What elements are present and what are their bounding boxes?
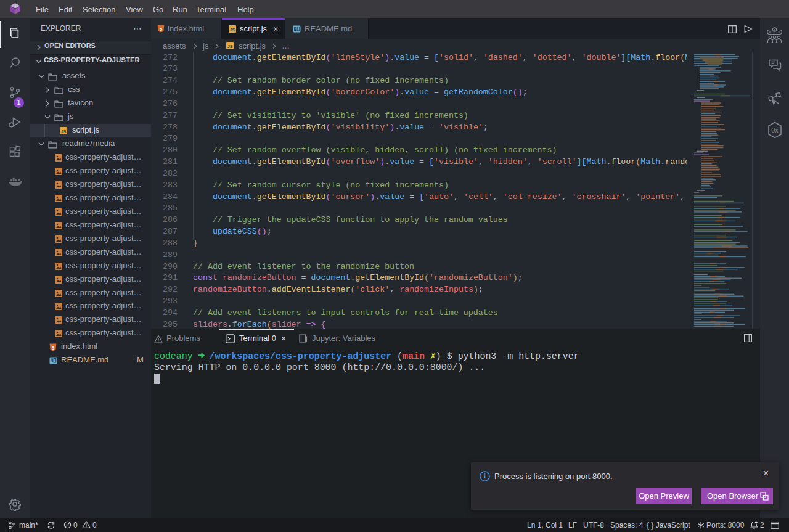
svg-text:5: 5 (52, 345, 54, 350)
svg-text:JS: JS (227, 44, 233, 49)
svg-text:JS: JS (61, 129, 67, 134)
svg-text:JS: JS (230, 28, 235, 32)
svg-text:5: 5 (160, 27, 162, 32)
svg-text:0x: 0x (771, 126, 779, 134)
